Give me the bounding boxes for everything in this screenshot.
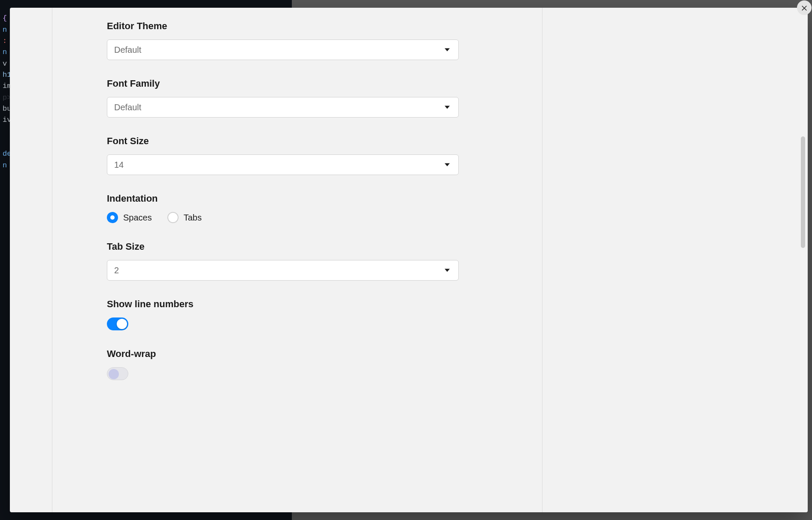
radio-indentation-spaces[interactable]: Spaces [107,212,152,223]
field-line-numbers: Show line numbers [107,299,507,330]
label-indentation: Indentation [107,193,507,204]
label-editor-theme: Editor Theme [107,21,507,32]
chevron-down-icon [445,163,450,166]
radio-indentation-tabs[interactable]: Tabs [167,212,202,223]
settings-modal: Editor Theme Default Font Family Default… [10,8,808,512]
select-font-size[interactable]: 14 [107,154,459,175]
select-value: 2 [114,266,119,275]
radio-icon [167,212,179,223]
label-tab-size: Tab Size [107,241,507,252]
select-value: 14 [114,160,124,170]
toggle-word-wrap[interactable] [107,367,128,380]
select-value: Default [114,45,141,55]
field-font-size: Font Size 14 [107,136,507,175]
close-icon [800,4,808,12]
radio-icon [107,212,118,223]
toggle-line-numbers[interactable] [107,317,128,330]
switch-knob [109,369,119,379]
scrollbar-thumb[interactable] [801,136,805,248]
select-editor-theme[interactable]: Default [107,39,459,60]
chevron-down-icon [445,48,450,51]
label-word-wrap: Word-wrap [107,348,507,360]
chevron-down-icon [445,106,450,109]
radio-label: Tabs [184,213,202,223]
label-font-family: Font Family [107,78,507,89]
switch-knob [117,319,127,329]
field-editor-theme: Editor Theme Default [107,21,507,60]
divider [542,8,542,512]
label-line-numbers: Show line numbers [107,299,507,310]
chevron-down-icon [445,269,450,272]
field-font-family: Font Family Default [107,78,507,118]
field-word-wrap: Word-wrap [107,348,507,380]
settings-form: Editor Theme Default Font Family Default… [52,8,507,512]
label-font-size: Font Size [107,136,507,147]
select-font-family[interactable]: Default [107,97,459,118]
select-value: Default [114,103,141,112]
field-indentation: Indentation Spaces Tabs [107,193,507,223]
close-button[interactable] [797,0,812,15]
select-tab-size[interactable]: 2 [107,260,459,281]
field-tab-size: Tab Size 2 [107,241,507,281]
scrollbar[interactable] [800,8,806,512]
radio-label: Spaces [123,213,152,223]
